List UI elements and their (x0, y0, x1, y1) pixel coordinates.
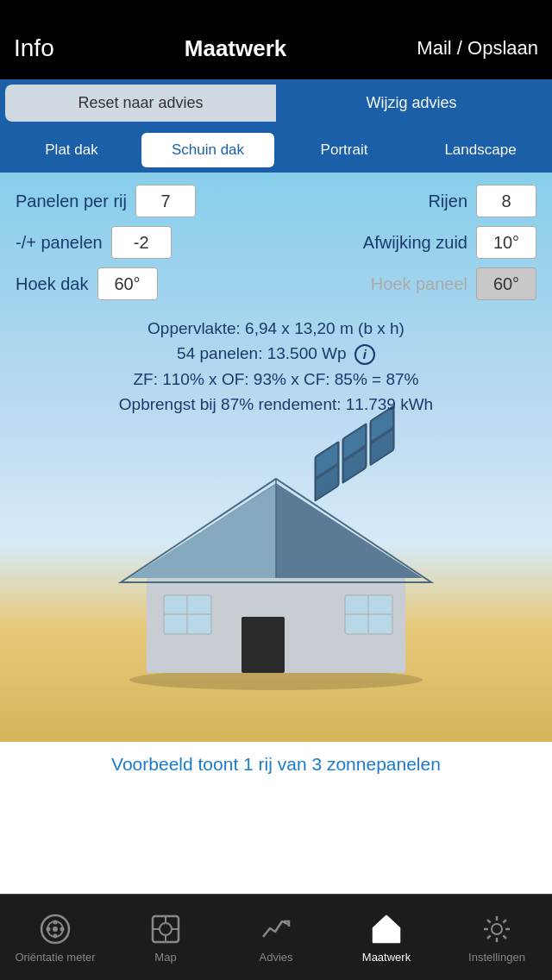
main-content: Panelen per rij 7 Rijen 8 -/+ panelen -2… (0, 173, 552, 742)
plus-minus-input[interactable]: -2 (111, 226, 172, 259)
mail-opslaan-button[interactable]: Mail / Opslaan (417, 37, 538, 60)
example-text: Voorbeeld toont 1 rij van 3 zonnepanelen (111, 754, 441, 774)
orientatie-label: Oriëntatie meter (15, 951, 95, 964)
instellingen-icon (480, 912, 514, 946)
svg-marker-37 (373, 916, 399, 928)
advies-label: Advies (259, 951, 292, 964)
svg-line-47 (487, 935, 491, 939)
panelen-per-rij-label: Panelen per rij (16, 192, 127, 211)
svg-marker-3 (276, 483, 423, 578)
nav-item-orientatie[interactable]: Oriëntatie meter (0, 895, 110, 980)
svg-rect-16 (242, 617, 285, 673)
panelen-per-rij-input[interactable]: 7 (135, 185, 196, 217)
hoek-paneel-label: Hoek paneel (371, 274, 467, 294)
plus-minus-label: -/+ panelen (16, 233, 103, 253)
instellingen-label: Instellingen (468, 951, 525, 964)
info-line-1: Oppervlakte: 6,94 x 13,20 m (b x h) (9, 316, 543, 341)
maatwerk-icon (369, 912, 404, 946)
svg-point-28 (53, 920, 58, 924)
svg-point-27 (60, 927, 65, 931)
svg-line-44 (487, 920, 491, 923)
nav-item-advies[interactable]: Advies (221, 895, 331, 980)
afwijking-row: Afwijking zuid 10° (276, 226, 536, 259)
afwijking-label: Afwijking zuid (363, 233, 467, 253)
plus-minus-row: -/+ panelen -2 (16, 226, 276, 259)
info-button[interactable]: Info (14, 35, 54, 62)
rijen-label: Rijen (428, 192, 467, 211)
hoek-paneel-input: 60° (476, 267, 536, 300)
wijzig-advies-button[interactable]: Wijzig advies (276, 85, 547, 122)
hoek-dak-row: Hoek dak 60° (16, 267, 276, 300)
svg-rect-38 (381, 933, 392, 942)
nav-item-instellingen[interactable]: Instellingen (442, 895, 552, 980)
svg-point-31 (160, 923, 172, 935)
header: Info Maatwerk Mail / Opslaan (0, 0, 552, 79)
hoek-dak-label: Hoek dak (16, 274, 89, 294)
rijen-row: Rijen 8 (276, 185, 536, 217)
tab-schuin-dak[interactable]: Schuin dak (141, 133, 274, 167)
svg-point-39 (492, 924, 502, 934)
info-text-block: Oppervlakte: 6,94 x 13,20 m (b x h) 54 p… (0, 307, 552, 423)
panelen-per-rij-row: Panelen per rij 7 (16, 185, 276, 217)
svg-point-26 (47, 927, 51, 931)
example-text-block: Voorbeeld toont 1 rij van 3 zonnepanelen (0, 742, 552, 787)
tab-landscape[interactable]: Landscape (414, 133, 547, 167)
hoek-paneel-row: Hoek paneel 60° (276, 267, 536, 300)
maatwerk-label: Maatwerk (362, 951, 411, 964)
hoek-dak-input[interactable]: 60° (97, 267, 158, 300)
input-grid: Panelen per rij 7 Rijen 8 -/+ panelen -2… (0, 173, 552, 307)
action-bar: Reset naar advies Wijzig advies (0, 79, 552, 128)
map-icon (148, 912, 183, 946)
nav-item-maatwerk[interactable]: Maatwerk (331, 895, 442, 980)
house-svg (95, 449, 457, 690)
svg-line-46 (503, 920, 506, 923)
house-illustration (0, 423, 552, 690)
rijen-input[interactable]: 8 (476, 185, 536, 217)
tab-portrait[interactable]: Portrait (278, 133, 411, 167)
info-line-4: Opbrengst bij 87% rendement: 11.739 kWh (9, 392, 543, 417)
roof-type-bar: Plat dak Schuin dak Portrait Landscape (0, 128, 552, 173)
advies-icon (259, 912, 293, 946)
nav-item-map[interactable]: Map (110, 895, 221, 980)
reset-advies-button[interactable]: Reset naar advies (5, 85, 276, 122)
info-icon[interactable]: i (354, 344, 375, 365)
orientatie-icon (38, 912, 72, 946)
bottom-navigation: Oriëntatie meter Map Advies (0, 894, 552, 980)
info-line-3: ZF: 110% x OF: 93% x CF: 85% = 87% (9, 367, 543, 392)
afwijking-input[interactable]: 10° (476, 226, 536, 259)
svg-point-29 (53, 933, 58, 938)
tab-plat-dak[interactable]: Plat dak (5, 133, 138, 167)
map-label: Map (154, 951, 176, 964)
svg-line-45 (503, 935, 506, 939)
app-title: Maatwerk (185, 35, 287, 62)
svg-point-25 (53, 927, 58, 932)
info-line-2: 54 panelen: 13.500 Wp i (9, 341, 543, 366)
